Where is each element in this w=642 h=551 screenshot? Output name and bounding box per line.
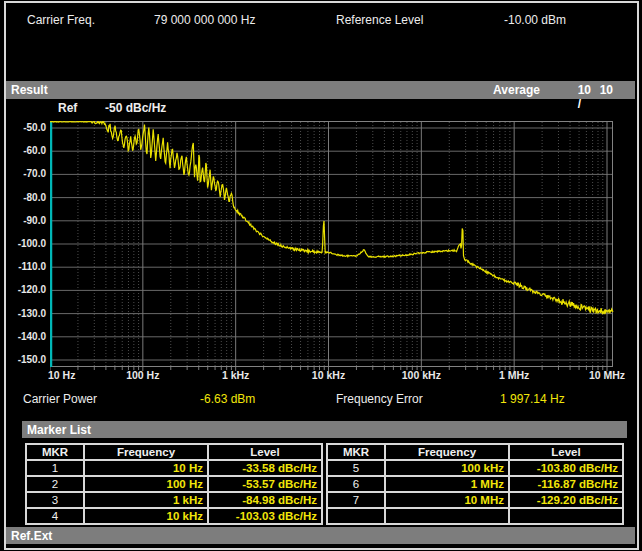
column-header-mkr: MKR xyxy=(327,444,385,460)
marker-frequency: 1 MHz xyxy=(385,476,509,492)
column-header-level: Level xyxy=(208,444,322,460)
carrier-freq-label: Carrier Freq. xyxy=(27,13,95,27)
x-axis-label: 100 kHz xyxy=(402,369,441,381)
marker-level: -129.20 dBc/Hz xyxy=(509,492,623,508)
average-label: Average xyxy=(493,83,540,97)
y-axis-label: -140.0 xyxy=(2,331,46,342)
result-bar: Result Average 10 / 10 xyxy=(6,81,635,99)
x-axis-label: 1 MHz xyxy=(499,369,529,381)
y-axis-label: -80.0 xyxy=(2,192,46,203)
marker-level: -53.57 dBc/Hz xyxy=(208,476,322,492)
marker-row[interactable]: 410 kHz-103.03 dBc/Hz xyxy=(26,508,322,524)
marker-number: 5 xyxy=(327,460,385,476)
phase-noise-trace xyxy=(50,122,613,315)
reference-level-label: Reference Level xyxy=(336,13,423,27)
marker-level: -103.80 dBc/Hz xyxy=(509,460,623,476)
phase-noise-analyzer-screen: Carrier Freq. 79 000 000 000 Hz Referenc… xyxy=(0,0,642,551)
marker-frequency: 100 kHz xyxy=(385,460,509,476)
marker-frequency: 1 kHz xyxy=(84,492,208,508)
y-axis-label: -110.0 xyxy=(2,261,46,272)
y-axis-label: -60.0 xyxy=(2,145,46,156)
marker-list-bar: Marker List xyxy=(22,421,627,438)
marker-frequency xyxy=(385,508,509,524)
column-header-frequency: Frequency xyxy=(385,444,509,460)
x-axis-label: 10 kHz xyxy=(312,369,345,381)
y-axis-label: -120.0 xyxy=(2,284,46,295)
marker-row[interactable]: 31 kHz-84.98 dBc/Hz xyxy=(26,492,322,508)
carrier-power-label: Carrier Power xyxy=(23,392,97,406)
status-bar: Ref.Ext xyxy=(6,527,635,544)
marker-row[interactable]: 2100 Hz-53.57 dBc/Hz xyxy=(26,476,322,492)
marker-frequency: 10 Hz xyxy=(84,460,208,476)
y-axis-label: -150.0 xyxy=(2,354,46,365)
y-axis-label: -70.0 xyxy=(2,168,46,179)
carrier-freq-value[interactable]: 79 000 000 000 Hz xyxy=(154,13,255,27)
marker-row[interactable]: 5100 kHz-103.80 dBc/Hz xyxy=(327,460,623,476)
table-header-row: MKRFrequencyLevel xyxy=(26,444,322,460)
carrier-power-value: -6.63 dBm xyxy=(200,392,255,406)
marker-level xyxy=(509,508,623,524)
x-axis-label: 10 Hz xyxy=(48,369,75,381)
marker-frequency: 100 Hz xyxy=(84,476,208,492)
column-header-frequency: Frequency xyxy=(84,444,208,460)
marker-row[interactable]: 710 MHz-129.20 dBc/Hz xyxy=(327,492,623,508)
y-axis-label: -50.0 xyxy=(2,122,46,133)
marker-number: 7 xyxy=(327,492,385,508)
marker-frequency: 10 kHz xyxy=(84,508,208,524)
y-axis-label: -100.0 xyxy=(2,238,46,249)
frequency-error-label: Frequency Error xyxy=(336,392,423,406)
reference-level-value[interactable]: -10.00 dBm xyxy=(504,13,566,27)
y-axis-label: -90.0 xyxy=(2,215,46,226)
marker-table-right: MKRFrequencyLevel5100 kHz-103.80 dBc/Hz6… xyxy=(326,443,624,525)
x-axis-label: 1 kHz xyxy=(222,369,249,381)
x-axis-label: 10 MHz xyxy=(589,369,625,381)
ref-ext-label: Ref.Ext xyxy=(11,529,52,543)
marker-table-left: MKRFrequencyLevel110 Hz-33.58 dBc/Hz2100… xyxy=(25,443,323,525)
result-bar-title: Result xyxy=(11,83,48,97)
marker-row[interactable] xyxy=(327,508,623,524)
marker-frequency: 10 MHz xyxy=(385,492,509,508)
ref-label: Ref xyxy=(58,101,77,115)
marker-level: -116.87 dBc/Hz xyxy=(509,476,623,492)
marker-number: 2 xyxy=(26,476,84,492)
marker-row[interactable]: 110 Hz-33.58 dBc/Hz xyxy=(26,460,322,476)
frequency-error-value: 1 997.14 Hz xyxy=(500,392,565,406)
marker-number xyxy=(327,508,385,524)
average-total: 10 xyxy=(600,83,613,97)
table-header-row: MKRFrequencyLevel xyxy=(327,444,623,460)
average-count: 10 / xyxy=(578,83,591,111)
marker-number: 1 xyxy=(26,460,84,476)
ref-level-value[interactable]: -50 dBc/Hz xyxy=(105,101,166,115)
marker-list-title: Marker List xyxy=(27,423,91,437)
marker-number: 3 xyxy=(26,492,84,508)
phase-noise-plot[interactable] xyxy=(50,121,615,373)
marker-level: -84.98 dBc/Hz xyxy=(208,492,322,508)
marker-number: 4 xyxy=(26,508,84,524)
marker-level: -103.03 dBc/Hz xyxy=(208,508,322,524)
column-header-level: Level xyxy=(509,444,623,460)
y-axis-label: -130.0 xyxy=(2,308,46,319)
marker-level: -33.58 dBc/Hz xyxy=(208,460,322,476)
column-header-mkr: MKR xyxy=(26,444,84,460)
x-axis-label: 100 Hz xyxy=(126,369,159,381)
marker-number: 6 xyxy=(327,476,385,492)
marker-row[interactable]: 61 MHz-116.87 dBc/Hz xyxy=(327,476,623,492)
